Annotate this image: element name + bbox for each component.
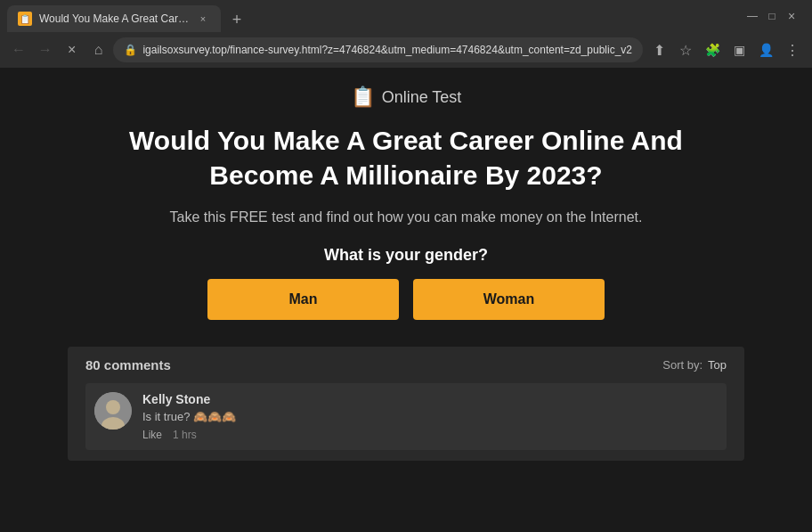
menu-button[interactable]: ⋮ <box>780 37 805 62</box>
svg-point-1 <box>106 400 120 414</box>
tab-favicon: 📋 <box>18 12 32 26</box>
browser-tab[interactable]: 📋 Would You Make A Great Care… × <box>7 5 221 32</box>
new-tab-button[interactable]: + <box>224 7 249 32</box>
woman-button[interactable]: Woman <box>413 279 605 320</box>
comment-time: 1 hrs <box>173 429 197 441</box>
sort-by: Sort by: Top <box>662 358 727 372</box>
comments-section: 80 comments Sort by: Top Kelly Ston <box>68 347 744 461</box>
back-button[interactable]: ← <box>7 37 30 62</box>
nav-bar: ← → × ⌂ 🔒 igailsoxsurvey.top/finance-sur… <box>0 32 812 68</box>
subtitle: Take this FREE test and find out how you… <box>85 207 727 228</box>
address-bar[interactable]: 🔒 igailsoxsurvey.top/finance-survey.html… <box>113 37 643 62</box>
badge-text: Online Test <box>382 88 462 107</box>
comment-actions: Like 1 hrs <box>142 429 718 441</box>
profile-button[interactable]: 👤 <box>753 37 778 62</box>
window-controls: — □ × <box>698 10 805 22</box>
reload-button[interactable]: × <box>61 37 84 62</box>
badge-icon: 📋 <box>351 86 375 109</box>
commenter-name: Kelly Stone <box>142 392 718 406</box>
minimize-button[interactable]: — <box>746 10 759 22</box>
lock-icon: 🔒 <box>124 44 137 56</box>
comment-text: Is it true? 🙈🙈🙈 <box>142 410 718 423</box>
gender-buttons: Man Woman <box>85 279 727 320</box>
tab-bar: 📋 Would You Make A Great Care… × + <box>7 0 249 32</box>
maximize-button[interactable]: □ <box>766 10 778 22</box>
like-button[interactable]: Like <box>142 429 162 441</box>
share-button[interactable]: ⬆ <box>646 37 671 62</box>
title-bar: 📋 Would You Make A Great Care… × + — □ × <box>0 0 812 32</box>
tab-close-icon[interactable]: × <box>196 12 210 26</box>
online-test-badge: 📋 Online Test <box>85 86 727 109</box>
sidebar-button[interactable]: ▣ <box>727 37 751 62</box>
comment-body: Kelly Stone Is it true? 🙈🙈🙈 Like 1 hrs <box>142 392 718 441</box>
avatar <box>94 392 132 430</box>
gender-question: What is your gender? <box>85 246 727 265</box>
sort-label: Sort by: <box>662 358 702 372</box>
comments-count: 80 comments <box>85 357 171 372</box>
tab-title: Would You Make A Great Care… <box>39 12 189 25</box>
comments-header: 80 comments Sort by: Top <box>85 357 727 372</box>
home-button[interactable]: ⌂ <box>87 37 110 62</box>
sort-value[interactable]: Top <box>708 358 727 372</box>
close-button[interactable]: × <box>785 10 798 22</box>
bookmark-button[interactable]: ☆ <box>673 37 698 62</box>
address-text: igailsoxsurvey.top/finance-survey.html?z… <box>142 44 632 56</box>
man-button[interactable]: Man <box>207 279 399 320</box>
extensions-button[interactable]: 🧩 <box>700 37 725 62</box>
browser-chrome: 📋 Would You Make A Great Care… × + — □ ×… <box>0 0 812 68</box>
survey-container: 📋 Online Test Would You Make A Great Car… <box>68 68 744 320</box>
page-content: 📋 Online Test Would You Make A Great Car… <box>0 68 812 532</box>
avatar-image <box>94 392 132 430</box>
nav-actions: ⬆ ☆ 🧩 ▣ 👤 ⋮ <box>646 37 805 62</box>
comment-item: Kelly Stone Is it true? 🙈🙈🙈 Like 1 hrs <box>85 383 727 450</box>
main-heading: Would You Make A Great Career Online And… <box>85 123 727 192</box>
forward-button[interactable]: → <box>34 37 57 62</box>
